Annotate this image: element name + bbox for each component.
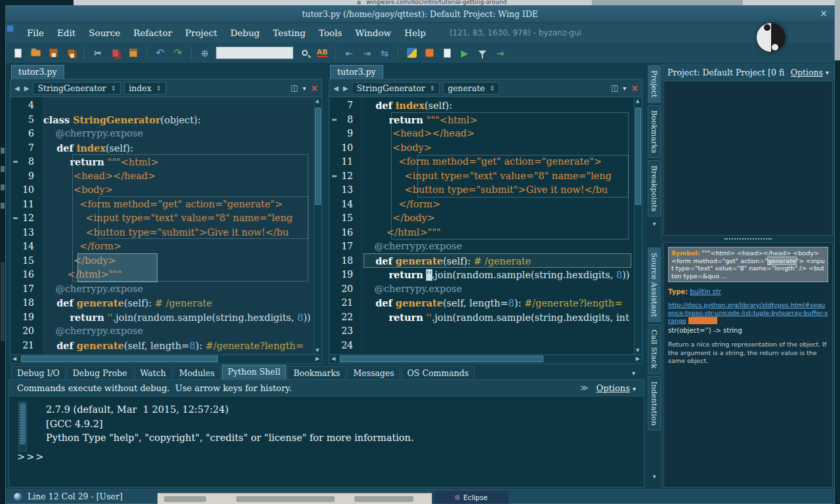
- nav-back-icon[interactable]: ◀: [333, 85, 339, 92]
- code-line[interactable]: </body>: [43, 254, 314, 268]
- code-lines[interactable]: class StringGenerator(object): @cherrypy…: [43, 97, 314, 354]
- shell-options-button[interactable]: Options ▾: [597, 383, 636, 393]
- member-dropdown[interactable]: generate ⇕: [443, 82, 499, 94]
- line-number[interactable]: 12: [329, 169, 362, 184]
- horizontal-scrollbar[interactable]: ◀ ▶: [329, 355, 642, 364]
- line-number[interactable]: 20: [329, 282, 362, 297]
- line-number[interactable]: 21: [329, 296, 362, 310]
- scrollbar-thumb[interactable]: [340, 356, 543, 362]
- scroll-right-icon[interactable]: ▶: [316, 356, 320, 362]
- chevron-down-icon[interactable]: ▾: [303, 85, 306, 92]
- code-line[interactable]: <input type="text" value="8" name="leng: [43, 211, 314, 226]
- tab-modules[interactable]: Modules: [173, 366, 220, 379]
- code-area[interactable]: 78910111213141516171819202122232425 def …: [329, 97, 642, 355]
- save-button[interactable]: [47, 47, 60, 60]
- code-line[interactable]: @cherrypy.expose: [43, 282, 314, 297]
- code-line[interactable]: <input type="text" value="8" name="leng: [362, 169, 634, 184]
- line-number[interactable]: 9: [329, 127, 362, 141]
- title-bar[interactable]: tutor3.py (/home/gaoy/qttest): Default P…: [6, 6, 834, 23]
- tab-python-shell[interactable]: Python Shell: [222, 365, 286, 379]
- code-line[interactable]: def index(self):: [362, 98, 634, 113]
- code-line[interactable]: <form method="get" action="generate">: [362, 155, 634, 169]
- project-file-tree[interactable]: [663, 81, 833, 236]
- outdent-button[interactable]: ⇤: [343, 47, 356, 60]
- close-pane-icon[interactable]: ×: [310, 83, 318, 93]
- code-line[interactable]: <button type="submit">Give it now!</bu: [362, 183, 634, 198]
- code-line[interactable]: @cherrypy.expose: [362, 282, 634, 297]
- swap-indent-button[interactable]: ⇆: [378, 47, 391, 60]
- line-number[interactable]: 13: [329, 183, 362, 198]
- panel-splitter[interactable]: [662, 236, 834, 242]
- code-line[interactable]: @cherrypy.expose: [362, 240, 634, 254]
- open-file-button[interactable]: [29, 47, 42, 60]
- line-number[interactable]: 7: [10, 141, 43, 156]
- line-number-gutter[interactable]: 78910111213141516171819202122232425: [329, 97, 362, 354]
- code-line[interactable]: def generate(self): # /generate: [362, 254, 634, 268]
- tab-messages[interactable]: Messages: [347, 366, 400, 379]
- code-line[interactable]: def generate(self): # /generate: [43, 296, 314, 310]
- code-line[interactable]: <button type="submit">Give it now!</bu: [43, 226, 314, 240]
- line-number[interactable]: 16: [329, 226, 362, 240]
- code-line[interactable]: <form method="get" action="generate">: [43, 198, 314, 212]
- vtab-indentation[interactable]: Indentation: [648, 376, 661, 431]
- nav-forward-icon[interactable]: ▶: [343, 85, 349, 92]
- code-line[interactable]: <head></head>: [43, 169, 314, 184]
- line-number[interactable]: 8: [329, 113, 362, 127]
- tab-debug-io[interactable]: Debug I/O: [11, 366, 66, 379]
- line-number[interactable]: 15: [329, 211, 362, 226]
- line-number[interactable]: 11: [329, 155, 362, 169]
- fold-mark-icon[interactable]: [13, 161, 18, 163]
- goto-line-button[interactable]: ⇥: [494, 47, 507, 60]
- code-line[interactable]: [362, 324, 634, 339]
- line-number[interactable]: 10: [329, 141, 362, 156]
- panel-chevron-icon[interactable]: ▾: [653, 220, 656, 227]
- shell-menu-icon[interactable]: ≫: [580, 383, 589, 392]
- menu-source[interactable]: Source: [82, 26, 127, 40]
- menu-tools[interactable]: Tools: [312, 26, 348, 40]
- horizontal-scrollbar[interactable]: ◀ ▶: [10, 355, 322, 364]
- vtab-source-assistant[interactable]: Source Assistant: [648, 247, 661, 322]
- run-button[interactable]: ▶: [458, 47, 471, 60]
- vtab-call-stack[interactable]: Call Stack: [648, 324, 661, 373]
- code-area[interactable]: 45678910111213141516171819202122 class S…: [10, 97, 322, 355]
- line-number[interactable]: 16: [10, 268, 43, 282]
- code-line[interactable]: def index(self):: [43, 141, 314, 156]
- code-line[interactable]: <body>: [362, 141, 634, 156]
- debug-filter-button[interactable]: [476, 47, 489, 60]
- fold-mark-icon[interactable]: [13, 217, 18, 219]
- code-line[interactable]: </html>""": [362, 226, 634, 240]
- scrollbar-thumb[interactable]: [635, 108, 641, 205]
- toolbar-search-input[interactable]: [216, 47, 293, 59]
- code-line[interactable]: </form>: [43, 240, 314, 254]
- scroll-left-icon[interactable]: ◀: [12, 356, 16, 362]
- line-number[interactable]: 14: [329, 198, 362, 212]
- menu-file[interactable]: File: [20, 26, 51, 40]
- save-all-button[interactable]: [64, 47, 77, 60]
- scrollbar-thumb[interactable]: [21, 356, 218, 362]
- scroll-up-icon[interactable]: ▲: [316, 98, 319, 104]
- vertical-scrollbar[interactable]: ▲ ▼: [314, 97, 322, 354]
- menu-refactor[interactable]: Refactor: [127, 26, 178, 40]
- shell-prompt[interactable]: >>>: [17, 452, 45, 462]
- menu-edit[interactable]: Edit: [51, 26, 82, 40]
- tab-os-commands[interactable]: OS Commands: [402, 366, 475, 379]
- type-value-link[interactable]: builtin str: [690, 288, 721, 295]
- menu-debug[interactable]: Debug: [224, 26, 266, 40]
- code-line[interactable]: def generate(self, length=8): #/generate…: [43, 339, 314, 353]
- redo-button[interactable]: ↷: [171, 47, 184, 60]
- tab-watch[interactable]: Watch: [135, 366, 172, 379]
- code-line[interactable]: def generate(self, length=8): #/generate…: [362, 296, 634, 310]
- scroll-up-icon[interactable]: ▲: [636, 98, 639, 104]
- code-line[interactable]: </body>: [362, 211, 634, 226]
- undo-button[interactable]: ↶: [154, 47, 167, 60]
- line-number[interactable]: 12: [10, 211, 43, 226]
- new-file-button[interactable]: [11, 47, 24, 60]
- line-number[interactable]: 7: [329, 98, 362, 113]
- browser-window-fragment[interactable]: wingware.com/doc/intro/tutorial-getting-…: [74, 0, 840, 5]
- fold-mark-icon[interactable]: [332, 119, 337, 121]
- code-line[interactable]: <head></head>: [362, 127, 634, 141]
- chevron-down-icon[interactable]: ▾: [623, 85, 626, 92]
- line-number[interactable]: 13: [10, 226, 43, 240]
- pane-menu-icon[interactable]: ◫: [291, 83, 298, 93]
- code-line[interactable]: if __name__ == "__main__":: [362, 352, 634, 354]
